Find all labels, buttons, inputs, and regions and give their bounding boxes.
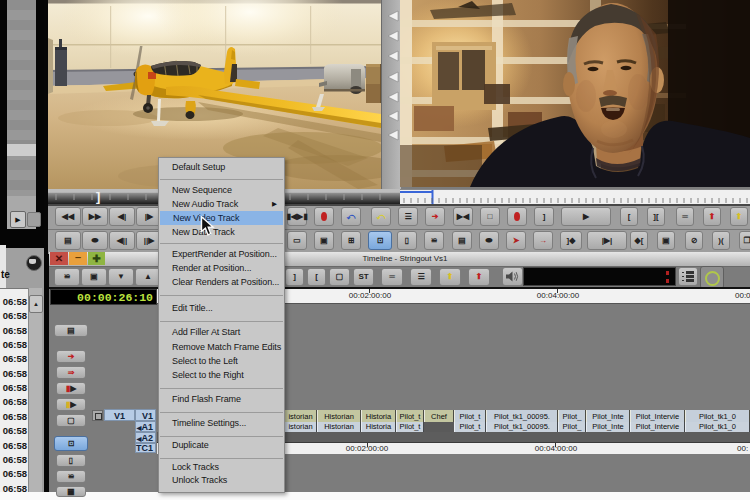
svg-text:]: ] <box>96 189 100 204</box>
